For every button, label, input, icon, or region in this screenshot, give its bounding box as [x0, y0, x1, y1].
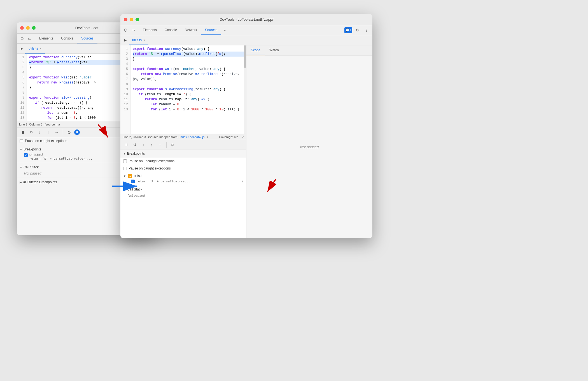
front-window-title: DevTools - coffee-cart.netlify.app/ — [220, 17, 273, 22]
front-bp-line-checkbox[interactable]: ✓ — [131, 180, 135, 183]
front-tab-sources[interactable]: Sources — [201, 25, 221, 35]
bg-resume-button[interactable]: ↺ — [28, 129, 35, 136]
front-cs-arrow-icon: ▼ — [123, 188, 126, 191]
front-scope-watch-tabs: Scope Watch — [246, 45, 372, 55]
front-file-icon: ts — [128, 174, 132, 178]
front-cs-header-label: Call Stack — [127, 187, 142, 191]
front-bp-utils-section: ▼ ts utils.ts ✓ return '$' + parseFloat(… — [120, 172, 246, 185]
front-source-paren: ) — [207, 135, 208, 139]
bg-cursor-icon[interactable]: ⬡ — [18, 34, 26, 43]
bg-xhr-arrow-icon: ▶ — [20, 181, 22, 184]
bg-pause-caught-label: Pause on caught exceptions — [25, 139, 67, 143]
front-tab-elements[interactable]: Elements — [139, 25, 161, 35]
front-more-options-icon[interactable]: ⋮ — [362, 26, 370, 34]
bg-toolbar-divider — [63, 129, 63, 135]
front-right-icons: 💬 1 ⚙ ⋮ — [344, 25, 371, 35]
bg-play-icon[interactable]: ▶ — [19, 44, 25, 54]
front-pause-caught-checkbox[interactable] — [123, 167, 127, 170]
front-resume-button[interactable]: ↺ — [132, 141, 138, 148]
front-call-stack-header[interactable]: ▼ Call Stack — [123, 186, 243, 192]
front-bp-header-label: Breakpoints — [127, 152, 145, 155]
front-device-icon[interactable]: ▭ — [129, 25, 137, 35]
front-close-button[interactable] — [124, 18, 127, 21]
front-scrollbar-thumb[interactable] — [244, 45, 246, 68]
front-cursor-position: Line 2, Column 3 — [123, 135, 146, 139]
front-bp-file-row: ▼ ts utils.ts — [123, 173, 243, 179]
bg-file-tab-utils[interactable]: utils.ts × — [25, 44, 45, 54]
front-bp-arrow-icon: ▼ — [123, 152, 126, 155]
front-debugger-toolbar: ⏸ ↺ ↓ ↑ → ⊘ — [120, 140, 246, 150]
bg-tab-console[interactable]: Console — [57, 34, 77, 43]
bg-tab-sources[interactable]: Sources — [77, 34, 97, 43]
bg-bp-arrow-icon: ▼ — [20, 148, 22, 151]
bg-bp-file: utils.ts:2 — [29, 153, 92, 157]
bg-paused-indicator: ⏸ — [74, 129, 80, 135]
bg-device-icon[interactable]: ▭ — [26, 34, 34, 43]
front-file-tab-label: utils.ts — [132, 38, 142, 42]
front-titlebar: DevTools - coffee-cart.netlify.app/ — [120, 14, 372, 25]
front-bp-line-number: 2 — [242, 180, 243, 183]
bg-pause-caught-checkbox[interactable] — [20, 139, 23, 143]
bg-close-button[interactable] — [20, 26, 24, 30]
front-code-area: 1234 5678 910111213 export function curr… — [120, 45, 246, 134]
front-bp-filename: utils.ts — [134, 174, 143, 178]
front-cursor-icon[interactable]: ⬡ — [122, 25, 129, 35]
bg-xhr-header-label: XHR/fetch Breakpoints — [23, 180, 57, 184]
bg-traffic-lights — [20, 26, 36, 30]
bg-tab-elements[interactable]: Elements — [35, 34, 57, 43]
front-coverage-icon[interactable]: ▽ — [242, 135, 244, 139]
front-more-tabs-button[interactable]: » — [221, 25, 228, 35]
front-devtools-tabs: ⬡ ▭ Elements Console Network Sources » 💬… — [120, 25, 372, 35]
front-not-paused: Not paused — [123, 192, 243, 199]
bg-bp-checkbox[interactable]: ✓ — [24, 153, 28, 157]
front-debugger-panel: ▼ Breakpoints Pause on uncaught exceptio… — [120, 150, 246, 238]
bg-deactivate-button[interactable]: ⊘ — [66, 129, 73, 136]
front-left-panel: 1234 5678 910111213 export function curr… — [120, 45, 246, 238]
front-file-tabs: ▶ utils.ts × — [120, 35, 372, 45]
front-step-out-button[interactable]: → — [157, 141, 164, 148]
front-tab-close-icon[interactable]: × — [143, 38, 145, 42]
front-devtools-window: DevTools - coffee-cart.netlify.app/ ⬡ ▭ … — [120, 14, 372, 238]
bg-source-map-info: (source ma — [45, 123, 60, 126]
front-minimize-button[interactable] — [130, 18, 133, 21]
front-pause-button[interactable]: ⏸ — [123, 141, 130, 148]
front-scope-tab[interactable]: Scope — [246, 45, 265, 55]
front-step-over-button[interactable]: ↓ — [140, 141, 147, 148]
bg-minimize-button[interactable] — [26, 26, 30, 30]
front-comment-button[interactable]: 💬 1 — [344, 27, 352, 33]
bg-pause-button[interactable]: ⏸ — [20, 129, 26, 136]
front-pause-uncaught-row: Pause on uncaught exceptions — [120, 157, 246, 165]
front-file-tab-utils[interactable]: utils.ts × — [129, 35, 148, 45]
front-bp-section-header[interactable]: ▼ Breakpoints — [120, 150, 246, 157]
bg-cs-arrow-icon: ▼ — [20, 166, 22, 169]
front-source-link[interactable]: index.1ac4eab2.js — [180, 135, 205, 139]
bg-step-out-button[interactable]: → — [53, 129, 60, 136]
front-watch-tab[interactable]: Watch — [265, 45, 283, 55]
front-settings-icon[interactable]: ⚙ — [353, 26, 361, 34]
front-layout: DevTools - coffee-cart.netlify.app/ ⬡ ▭ … — [120, 14, 372, 238]
bg-window-title: DevTools - cof — [75, 26, 98, 30]
front-play-icon[interactable]: ▶ — [123, 35, 128, 45]
front-bp-line-code: return '$' + parseFloat(va... — [136, 180, 240, 183]
front-code-lines: export function currency(value: any) { ▶… — [130, 45, 246, 134]
front-scope-not-paused: Not paused — [246, 55, 372, 238]
front-call-stack-section: ▼ Call Stack Not paused — [120, 185, 246, 200]
front-tab-network[interactable]: Network — [181, 25, 201, 35]
bg-maximize-button[interactable] — [32, 26, 36, 30]
front-pause-caught-row: Pause on caught exceptions — [120, 165, 246, 172]
front-deactivate-button[interactable]: ⊘ — [169, 141, 176, 148]
front-tab-console[interactable]: Console — [161, 25, 181, 35]
front-pause-uncaught-checkbox[interactable] — [123, 159, 127, 163]
front-step-into-button[interactable]: ↑ — [148, 141, 155, 148]
front-comment-badge: 1 — [349, 29, 351, 32]
front-status-bar: Line 2, Column 3 (source mapped from ind… — [120, 134, 246, 140]
front-line-numbers: 1234 5678 910111213 — [120, 45, 130, 134]
bg-step-into-button[interactable]: ↑ — [45, 129, 52, 136]
front-maximize-button[interactable] — [136, 18, 139, 21]
bg-tab-close-icon[interactable]: × — [40, 47, 41, 50]
front-bp-file-arrow: ▼ — [123, 175, 126, 178]
bg-step-over-button[interactable]: ↓ — [36, 129, 43, 136]
front-source-map-text: (source mapped from — [148, 135, 178, 139]
front-pause-caught-label: Pause on caught exceptions — [129, 166, 171, 170]
front-scrollbar[interactable] — [244, 45, 246, 134]
